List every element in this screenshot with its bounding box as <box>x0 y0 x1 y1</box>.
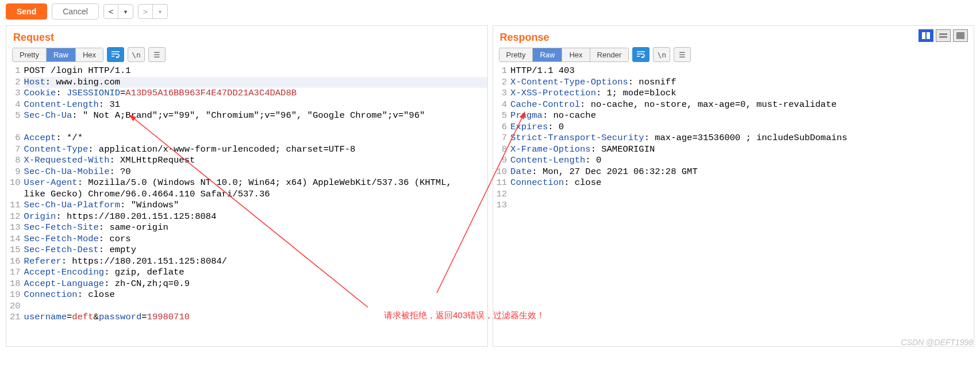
tab-render[interactable]: Render <box>590 48 629 61</box>
response-panel: Response Pretty Raw Hex Render \n ☰ 1234… <box>493 25 975 347</box>
wrap-toggle-icon[interactable] <box>107 47 124 62</box>
request-title: Request <box>13 32 54 43</box>
cancel-button[interactable]: Cancel <box>52 3 99 20</box>
layout-single-icon[interactable] <box>953 29 968 42</box>
tab-raw[interactable]: Raw <box>532 48 562 61</box>
action-toolbar: Send Cancel < ▾ > ▾ <box>0 0 980 23</box>
forward-dropdown-icon[interactable]: ▾ <box>152 5 167 18</box>
response-subtabs: Pretty Raw Hex Render \n ☰ <box>493 47 974 65</box>
request-editor[interactable]: 123456789101112131415161718192021 POST /… <box>6 65 487 329</box>
hamburger-icon[interactable]: ☰ <box>674 47 691 62</box>
tab-hex[interactable]: Hex <box>75 48 103 61</box>
newline-chars-button[interactable]: \n <box>653 47 670 62</box>
layout-split-horizontal-icon[interactable] <box>936 29 951 42</box>
response-editor[interactable]: 12345678910111213 HTTP/1.1 403 X-Content… <box>493 65 974 217</box>
back-dropdown-icon[interactable]: ▾ <box>118 5 132 18</box>
request-subtabs: Pretty Raw Hex \n ☰ <box>6 47 487 65</box>
tab-raw[interactable]: Raw <box>46 48 75 61</box>
hamburger-icon[interactable]: ☰ <box>148 47 166 62</box>
send-button[interactable]: Send <box>6 3 47 20</box>
panels-container: Request Pretty Raw Hex \n ☰ 123456789101… <box>0 23 980 349</box>
history-back-group[interactable]: < ▾ <box>103 4 133 19</box>
layout-split-vertical-icon[interactable] <box>918 29 933 42</box>
tab-pretty[interactable]: Pretty <box>13 48 46 61</box>
history-forward-group[interactable]: > ▾ <box>138 4 168 19</box>
response-title: Response <box>500 32 549 43</box>
wrap-toggle-icon[interactable] <box>632 47 650 62</box>
newline-chars-button[interactable]: \n <box>128 47 145 62</box>
watermark: CSDN @DEFT1998 <box>901 338 973 347</box>
request-panel: Request Pretty Raw Hex \n ☰ 123456789101… <box>6 25 488 347</box>
tab-hex[interactable]: Hex <box>562 48 589 61</box>
layout-controls <box>918 29 968 42</box>
back-icon[interactable]: < <box>104 5 118 18</box>
forward-icon[interactable]: > <box>139 5 152 18</box>
tab-pretty[interactable]: Pretty <box>499 48 533 61</box>
